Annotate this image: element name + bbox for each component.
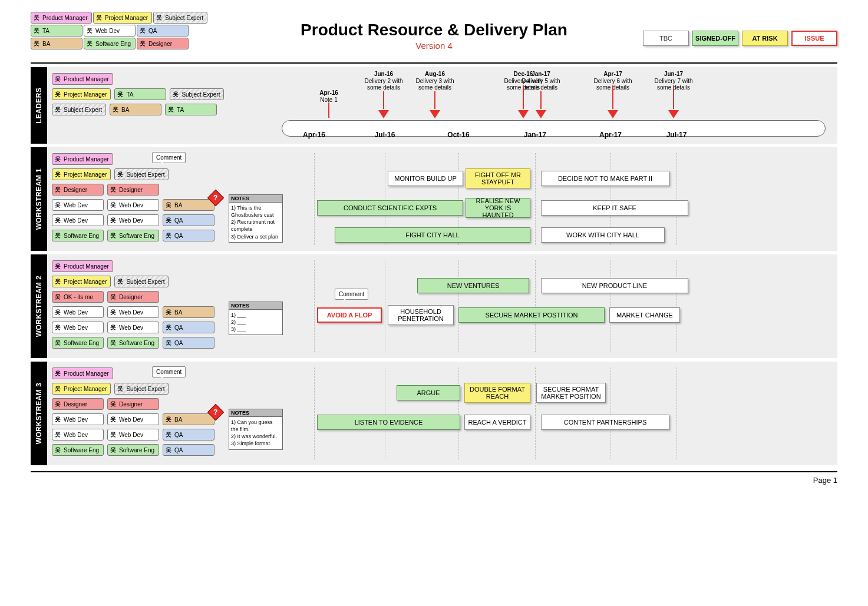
timeline-bar: REACH A VERDICT — [464, 415, 530, 430]
role-label: Web Dev — [119, 217, 143, 224]
timeline-bar: FIGHT OFF MR STAYPUFT — [466, 168, 530, 188]
person-icon: 옷 — [54, 201, 61, 209]
notes-body: 1) This is the Ghostbusters cast2) Recru… — [229, 203, 282, 242]
timeline-bar: MONITOR BUILD UP — [388, 171, 463, 186]
role-chip: 옷Subject Expert — [114, 383, 169, 395]
person-icon: 옷 — [54, 216, 61, 224]
role-label: Web Dev — [119, 324, 143, 331]
role-label: Subject Expert — [126, 279, 164, 285]
axis-tick: Apr-17 — [599, 131, 622, 139]
axis-tick: Jul-16 — [375, 131, 395, 139]
role-chip: 옷Designer — [107, 291, 159, 303]
role-label: Software Eng — [64, 447, 99, 453]
notes-panel: NOTES1) Can you guess the film.2) It was… — [229, 409, 283, 450]
role-chip: 옷Designer — [52, 184, 104, 196]
role-label: QA — [174, 233, 183, 239]
role-label: Product Manager — [64, 263, 109, 270]
role-chip: 옷Software Eng — [107, 444, 159, 456]
role-label: Software Eng — [119, 233, 154, 239]
person-icon: 옷 — [54, 75, 61, 83]
role-chip: 옷Subject Expert — [52, 104, 106, 115]
person-icon: 옷 — [54, 105, 61, 114]
status-legend: TBCSIGNED-OFFAT RISKISSUE — [643, 31, 837, 46]
role-chip: 옷Subject Expert — [114, 276, 169, 287]
role-chip: 옷Product Manager — [52, 153, 113, 165]
person-icon: 옷 — [54, 385, 61, 393]
person-icon: 옷 — [110, 400, 117, 408]
role-chip: 옷Web Dev — [107, 322, 159, 333]
person-icon: 옷 — [110, 216, 117, 224]
role-label: Subject Expert — [181, 91, 220, 98]
role-label: Web Dev — [64, 416, 88, 423]
person-icon: 옷 — [117, 385, 124, 393]
role-chip: 옷Web Dev — [107, 413, 159, 425]
role-label: TA — [177, 107, 184, 113]
person-icon: 옷 — [117, 170, 124, 178]
lane: WORKSTREAM 1 옷Product Manager옷Project Ma… — [31, 147, 837, 251]
person-icon: 옷 — [110, 339, 117, 347]
role-chip: 옷Designer — [107, 184, 159, 196]
role-chip: 옷OK - its me — [52, 291, 104, 303]
role-chip: 옷QA — [163, 444, 214, 456]
role-chip: 옷Software Eng — [52, 230, 104, 241]
axis-bar — [282, 120, 826, 137]
timeline-bar: AVOID A FLOP — [317, 307, 382, 323]
person-icon: 옷 — [54, 186, 61, 194]
person-icon: 옷 — [165, 339, 172, 347]
person-icon: 옷 — [165, 415, 172, 423]
person-icon: 옷 — [110, 293, 117, 301]
timeline-area: NEW VENTURESNEW PRODUCT LINEAVOID A FLOP… — [282, 260, 837, 352]
person-icon: 옷 — [54, 231, 61, 240]
person-icon: 옷 — [117, 90, 124, 98]
milestone-note: Apr-16Note 1 — [308, 90, 349, 103]
person-icon: 옷 — [165, 216, 172, 224]
role-label: Product Manager — [64, 370, 109, 377]
notes-header: NOTES — [229, 409, 282, 417]
timeline-bar: MARKET CHANGE — [609, 307, 680, 323]
timeline-bar: CONTENT PARTNERSHIPS — [541, 415, 669, 430]
role-label: Designer — [119, 187, 143, 193]
role-label: Product Manager — [42, 15, 88, 21]
person-icon: 옷 — [54, 400, 61, 408]
role-label: Subject Expert — [126, 386, 164, 392]
person-icon: 옷 — [54, 415, 61, 423]
lane-body: 옷Product Manager옷Project Manager옷TA옷Subj… — [47, 67, 837, 144]
timeline-bar: DECIDE NOT TO MAKE PART II — [541, 171, 669, 186]
lane-tab: WORKSTREAM 1 — [31, 147, 47, 251]
role-label: Project Manager — [64, 91, 107, 98]
comment-callout: Comment — [152, 366, 186, 377]
notes-body: 1) Can you guess the film.2) It was wond… — [229, 417, 282, 449]
timeline-bar: ARGUE — [397, 385, 460, 400]
role-chip: 옷Web Dev — [52, 306, 104, 318]
notes-body: 1) ___2) ___3) ___ — [229, 310, 282, 335]
role-chip: 옷Project Manager — [52, 276, 111, 287]
role-label: Web Dev — [64, 432, 88, 438]
timeline-bar: FIGHT CITY HALL — [335, 227, 530, 243]
role-chip: 옷Web Dev — [52, 199, 104, 211]
role-label: Software Eng — [64, 233, 99, 239]
role-label: Web Dev — [119, 416, 143, 423]
person-icon: 옷 — [167, 105, 174, 114]
lane: LEADERS 옷Product Manager옷Project Manager… — [31, 67, 837, 144]
role-chip: 옷BA — [110, 104, 161, 115]
role-chip: 옷Product Manager — [52, 73, 113, 85]
timeline-area: ARGUEDOUBLE FORMAT REACHSECURE FORMAT MA… — [282, 367, 837, 459]
person-icon: 옷 — [54, 339, 61, 347]
role-chip: 옷QA — [163, 230, 214, 241]
lane: WORKSTREAM 3 옷Product Manager옷Project Ma… — [31, 362, 837, 465]
person-icon: 옷 — [110, 186, 117, 194]
role-chip: 옷Subject Expert — [114, 168, 169, 180]
lane: WORKSTREAM 2 옷Product Manager옷Project Ma… — [31, 254, 837, 358]
role-label: Software Eng — [119, 340, 154, 346]
role-label: Subject Expert — [126, 171, 164, 178]
status-chip: SIGNED-OFF — [692, 31, 738, 46]
timeline-bar: HOUSEHOLD PENETRATION — [388, 305, 454, 325]
role-label: Product Manager — [64, 76, 109, 82]
timeline-bar: SECURE FORMAT MARKET POSITION — [536, 383, 606, 403]
role-chip: 옷Software Eng — [107, 337, 159, 349]
notes-header: NOTES — [229, 195, 282, 203]
role-chip: 옷Product Manager — [52, 367, 113, 379]
role-label: BA — [174, 202, 182, 208]
role-chip: 옷Web Dev — [52, 429, 104, 441]
lane-tab: WORKSTREAM 3 — [31, 362, 47, 465]
